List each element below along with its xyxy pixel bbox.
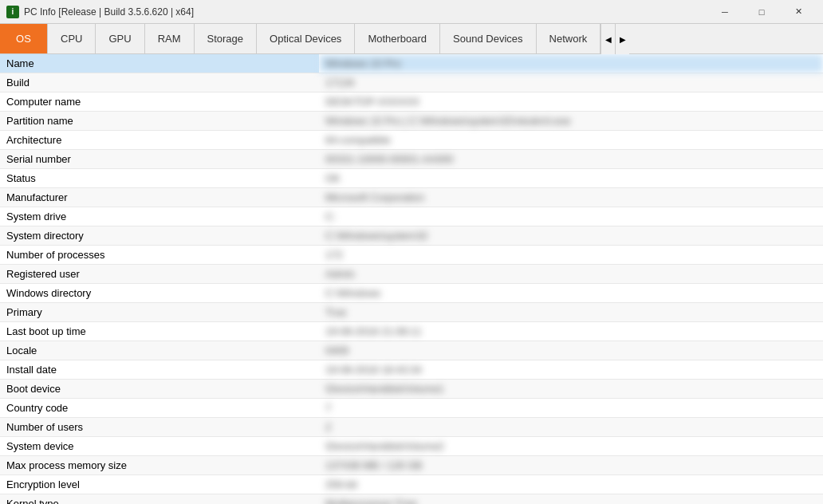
table-row: ManufacturerMicrosoft Corporation (0, 188, 823, 207)
app-icon: i (6, 6, 19, 18)
table-row: Computer nameDESKTOP-XXXXXX (0, 93, 823, 112)
row-label: System directory (0, 226, 319, 246)
row-value: 2 (319, 418, 823, 437)
tab-network[interactable]: Network (537, 24, 601, 53)
row-value: C:\Windows (319, 284, 823, 303)
table-row: System directoryC:\Windows\system32 (0, 226, 823, 246)
row-label: Registered user (0, 265, 319, 284)
row-label: Primary (0, 303, 319, 322)
row-value: C:\Windows\system32 (319, 226, 823, 246)
row-value: True (319, 303, 823, 322)
row-label: Encryption level (0, 475, 319, 494)
row-label: Locale (0, 341, 319, 360)
table-row: Last boot up time19-08-2018 21:08:11 (0, 322, 823, 341)
row-value: 19-08-2018 21:08:11 (319, 322, 823, 341)
row-label: Build (0, 73, 319, 93)
tab-ram[interactable]: RAM (145, 24, 195, 53)
row-value: \Device\HarddiskVolume1 (319, 380, 823, 399)
row-value: 0409 (319, 341, 823, 360)
row-value: Windows 10 Pro | C:\Windows\system32\nto… (319, 112, 823, 131)
tabs-container: OS CPU GPU RAM Storage Optical Devices M… (0, 24, 823, 54)
row-value: 17134 (319, 73, 823, 93)
row-label: Boot device (0, 380, 319, 399)
tab-sound[interactable]: Sound Devices (440, 24, 536, 53)
row-label: Install date (0, 360, 319, 380)
tab-optical[interactable]: Optical Devices (257, 24, 355, 53)
table-row: Windows directoryC:\Windows (0, 284, 823, 303)
table-row: Partition nameWindows 10 Pro | C:\Window… (0, 112, 823, 131)
table-row: PrimaryTrue (0, 303, 823, 322)
row-label: Last boot up time (0, 322, 319, 341)
row-label: Number of users (0, 418, 319, 437)
table-row: Locale0409 (0, 341, 823, 360)
table-row: Serial number00331-10000-00001-AA000 (0, 150, 823, 169)
row-value: Windows 10 Pro (319, 54, 823, 73)
row-value: \Device\HarddiskVolume2 (319, 437, 823, 456)
table-row: System driveC: (0, 207, 823, 226)
minimize-button[interactable]: ─ (707, 0, 743, 24)
row-value: 7 (319, 399, 823, 418)
row-value: 137438 MB / 128 GB (319, 456, 823, 475)
row-value: C: (319, 207, 823, 226)
row-value: OK (319, 169, 823, 188)
table-row: Encryption level256-bit (0, 475, 823, 494)
titlebar-controls: ─ □ ✕ (707, 0, 817, 24)
row-value: 256-bit (319, 475, 823, 494)
row-label: Partition name (0, 112, 319, 131)
content-area: NameWindows 10 ProBuild17134Computer nam… (0, 54, 823, 504)
row-label: Architecture (0, 131, 319, 150)
table-row: Number of processes172 (0, 246, 823, 265)
row-label: Number of processes (0, 246, 319, 265)
tab-gpu[interactable]: GPU (96, 24, 144, 53)
table-row: Architecture64-compatible (0, 131, 823, 150)
row-label: Max process memory size (0, 456, 319, 475)
table-row: Build17134 (0, 73, 823, 93)
row-label: Kernel type (0, 494, 319, 505)
row-value: DESKTOP-XXXXXX (319, 93, 823, 112)
table-row: Install date19-08-2018 18:43:34 (0, 360, 823, 380)
row-label: Computer name (0, 93, 319, 112)
row-label: Manufacturer (0, 188, 319, 207)
table-row: Max process memory size137438 MB / 128 G… (0, 456, 823, 475)
row-label: Name (0, 54, 319, 73)
row-label: System device (0, 437, 319, 456)
close-button[interactable]: ✕ (780, 0, 817, 24)
row-value: Microsoft Corporation (319, 188, 823, 207)
tab-scroll-right[interactable]: ▶ (615, 24, 629, 54)
titlebar-title: PC Info [Release | Build 3.5.6.620 | x64… (24, 6, 194, 18)
row-value: Multiprocessor Free (319, 494, 823, 505)
titlebar: i PC Info [Release | Build 3.5.6.620 | x… (0, 0, 823, 24)
row-label: System drive (0, 207, 319, 226)
tab-scroll-left[interactable]: ◀ (601, 24, 615, 54)
row-value: Admin (319, 265, 823, 284)
tab-cpu[interactable]: CPU (48, 24, 96, 53)
row-label: Country code (0, 399, 319, 418)
row-label: Windows directory (0, 284, 319, 303)
titlebar-left: i PC Info [Release | Build 3.5.6.620 | x… (6, 6, 194, 18)
table-row: NameWindows 10 Pro (0, 54, 823, 73)
row-label: Status (0, 169, 319, 188)
maximize-button[interactable]: □ (743, 0, 780, 24)
row-label: Serial number (0, 150, 319, 169)
table-row: StatusOK (0, 169, 823, 188)
table-row: Boot device\Device\HarddiskVolume1 (0, 380, 823, 399)
info-table: NameWindows 10 ProBuild17134Computer nam… (0, 54, 823, 504)
tab-os[interactable]: OS (0, 24, 48, 53)
table-row: Registered userAdmin (0, 265, 823, 284)
table-row: System device\Device\HarddiskVolume2 (0, 437, 823, 456)
table-row: Kernel typeMultiprocessor Free (0, 494, 823, 505)
table-row: Country code7 (0, 399, 823, 418)
row-value: 19-08-2018 18:43:34 (319, 360, 823, 380)
row-value: 172 (319, 246, 823, 265)
table-row: Number of users2 (0, 418, 823, 437)
row-value: 00331-10000-00001-AA000 (319, 150, 823, 169)
tab-motherboard[interactable]: Motherboard (355, 24, 440, 53)
row-value: 64-compatible (319, 131, 823, 150)
tab-storage[interactable]: Storage (195, 24, 258, 53)
